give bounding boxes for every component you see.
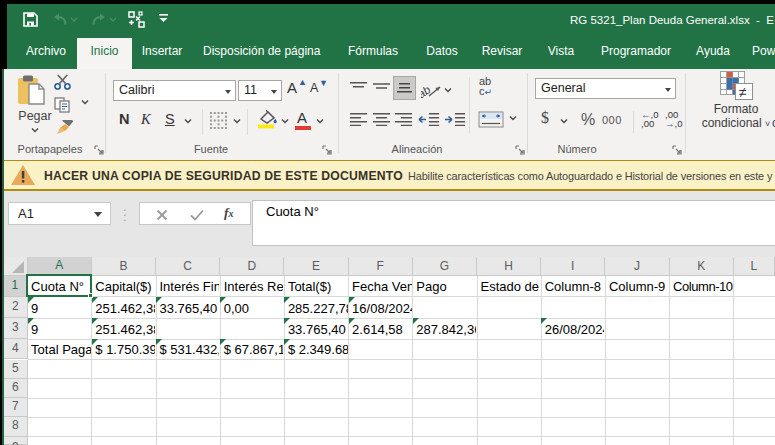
svg-text:≠: ≠ bbox=[739, 84, 747, 100]
svg-text:ab: ab bbox=[421, 83, 433, 99]
